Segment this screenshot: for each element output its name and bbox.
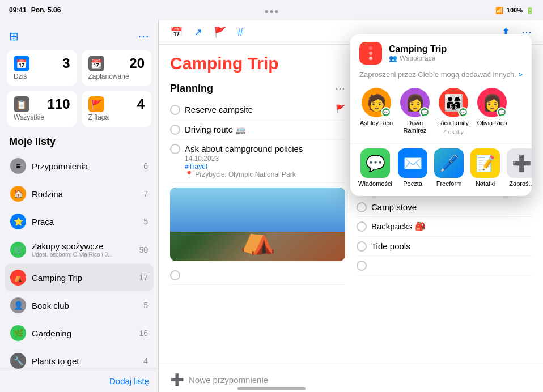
share-sheet-subtitle: 👥 Współpraca	[389, 54, 447, 62]
avatar-2: 👨‍👩‍👧 💬	[439, 88, 468, 117]
empty-circle[interactable]	[170, 270, 180, 280]
task-circle-0[interactable]	[170, 105, 180, 115]
planning-header: Planning ⋯	[170, 82, 345, 95]
flagged-icon: 🚩	[88, 96, 104, 112]
planning-task-1[interactable]: Driving route 🚐	[170, 120, 345, 140]
invite-link[interactable]: >	[518, 70, 523, 79]
all-label: Wszystkie	[14, 113, 70, 121]
sidebar-list-item-zakupy-spożywcze[interactable]: 🛒 Zakupy spożywcze Udost. osobom: Olivia…	[5, 236, 154, 263]
status-bar-right: 📶 100% 🔋	[495, 7, 534, 14]
app-icon-0: 💬	[360, 148, 390, 178]
share-app-0[interactable]: 💬 Wiadomości	[359, 148, 391, 187]
summary-card-today[interactable]: 📅 3 Dziś	[7, 50, 77, 86]
app-name-1: Poczta	[403, 180, 422, 187]
sidebar-list-item-rodzina[interactable]: 🏠 Rodzina 7	[5, 180, 154, 207]
wifi-icon: 📶	[495, 7, 503, 14]
add-reminder-bar[interactable]: ➕ Nowe przypomnienie	[159, 367, 543, 392]
packing-task-5[interactable]: Camp stove	[357, 198, 532, 218]
share-icon[interactable]: ↗	[194, 26, 202, 39]
sidebar-list-item-praca[interactable]: ⭐ Praca 5	[5, 208, 154, 235]
packing-task-6[interactable]: Backpacks 🎒	[357, 217, 532, 237]
avatar-item-1[interactable]: 👩 💬 Dawn Ramirez	[398, 88, 432, 134]
app-icon-1: ✉️	[398, 148, 427, 178]
summary-card-scheduled[interactable]: 📆 20 Zaplanowane	[82, 50, 152, 86]
scheduled-count: 20	[109, 56, 145, 71]
packing-task-7[interactable]: Tide pools	[357, 237, 532, 257]
sidebar-footer: Dodaj listę	[0, 370, 158, 392]
share-app-1[interactable]: ✉️ Poczta	[398, 148, 427, 187]
app-icon-2: 🖊️	[434, 148, 464, 178]
planning-empty-task[interactable]	[170, 266, 345, 285]
share-sheet-header: Camping Trip 👥 Współpraca	[350, 34, 532, 70]
planning-task-0[interactable]: Reserve campsite 🚩	[170, 100, 345, 120]
camping-image	[170, 188, 345, 261]
share-sheet-text: Camping Trip 👥 Współpraca	[389, 44, 447, 62]
share-sheet: Camping Trip 👥 Współpraca Zaproszeni prz…	[350, 34, 532, 196]
list-name-6: Gardening	[32, 329, 133, 338]
task-content-2: Ask about campground policies 14.10.2023…	[185, 143, 345, 178]
status-day: Pon. 5.06	[31, 6, 61, 14]
share-app-3[interactable]: 📝 Notatki	[470, 148, 500, 187]
list-name-5: Book club	[32, 301, 138, 310]
sidebar-list-item-book-club[interactable]: 👤 Book club 5	[5, 292, 154, 319]
dot-1	[265, 10, 268, 13]
avatar-name-0: Ashley Rico	[360, 120, 393, 127]
packing-circle-5[interactable]	[357, 202, 367, 212]
list-sub-3: Udost. osobom: Olivia Rico i 3...	[32, 252, 133, 258]
list-icon-3: 🛒	[10, 242, 26, 258]
list-count-7: 4	[143, 356, 148, 365]
avatar-badge-1: 💬	[419, 107, 430, 117]
list-name-1: Rodzina	[32, 189, 138, 199]
summary-card-flagged[interactable]: 🚩 4 Z flagą	[82, 91, 152, 127]
task-circle-1[interactable]	[170, 125, 180, 135]
packing-circle-7[interactable]	[357, 241, 367, 252]
summary-card-all[interactable]: 📋 110 Wszystkie	[7, 91, 77, 127]
list-name-4: Camping Trip	[32, 273, 133, 283]
scheduled-label: Zaplanowane	[88, 73, 145, 80]
sidebar-list-item-gardening[interactable]: 🌿 Gardening 16	[5, 319, 154, 347]
sidebar-list-item-plants-to-get[interactable]: 🔧 Plants to get 4	[5, 347, 154, 370]
toolbar-left-icons: 📅 ↗ 🚩 #	[170, 26, 243, 39]
flagged-count: 4	[109, 96, 145, 112]
add-reminder-label: Nowe przypomnienie	[189, 375, 268, 385]
add-list-button[interactable]: Dodaj listę	[109, 376, 149, 386]
share-app-2[interactable]: 🖊️ Freeform	[434, 148, 464, 187]
list-icon-1: 🏠	[10, 186, 26, 202]
avatar-name-3: Olivia Rico	[477, 120, 507, 127]
home-indicator	[237, 387, 306, 390]
planning-task-2[interactable]: Ask about campground policies 14.10.2023…	[170, 139, 345, 183]
hashtag-icon[interactable]: #	[237, 27, 243, 39]
task-circle-2[interactable]	[170, 144, 180, 154]
sidebar-more-icon[interactable]: ⋯	[138, 29, 149, 43]
task-content-1: Driving route 🚐	[185, 124, 345, 135]
flag-icon[interactable]: 🚩	[214, 26, 226, 39]
planning-more-icon[interactable]: ⋯	[335, 82, 345, 95]
avatar-item-0[interactable]: 🧑 💬 Ashley Rico	[359, 88, 393, 127]
sidebar-toggle-icon[interactable]: ⊞	[9, 29, 19, 43]
flag-icon-0: 🚩	[336, 104, 345, 113]
today-icon: 📅	[14, 56, 29, 71]
list-dot-1	[369, 46, 372, 50]
list-name-7: Plants to get	[32, 356, 138, 366]
scheduled-icon: 📆	[88, 56, 104, 71]
list-count-0: 6	[143, 161, 148, 171]
calendar-icon[interactable]: 📅	[170, 26, 183, 39]
sidebar-list-item-przypomnienia[interactable]: ≡ Przypomnienia 6	[5, 152, 154, 180]
dot-3	[275, 10, 278, 13]
today-count: 3	[34, 56, 70, 71]
avatar-name-1: Dawn Ramirez	[398, 120, 432, 134]
share-apps: 💬 Wiadomości ✉️ Poczta 🖊️ Freeform 📝 Not…	[350, 143, 532, 196]
all-count: 110	[34, 96, 70, 112]
sidebar-list-item-camping-trip[interactable]: ⛺ Camping Trip 17	[5, 264, 154, 291]
avatar-item-2[interactable]: 👨‍👩‍👧 💬 Rico family 4 osoby	[436, 88, 470, 135]
avatar-badge-0: 💬	[381, 107, 391, 117]
collab-label: Współpraca	[400, 54, 435, 62]
packing-circle-6[interactable]	[357, 221, 367, 232]
status-time: 09:41	[9, 6, 27, 14]
packing-empty-circle[interactable]	[357, 261, 367, 271]
packing-empty-task[interactable]	[357, 256, 532, 275]
share-app-4[interactable]: ➕ Zaproś...	[507, 148, 532, 187]
list-icon-4: ⛺	[10, 270, 26, 286]
avatar-item-3[interactable]: 👩 💬 Olivia Rico	[475, 88, 509, 127]
planning-tasks: Reserve campsite 🚩 Driving route 🚐 Ask a…	[170, 100, 345, 285]
